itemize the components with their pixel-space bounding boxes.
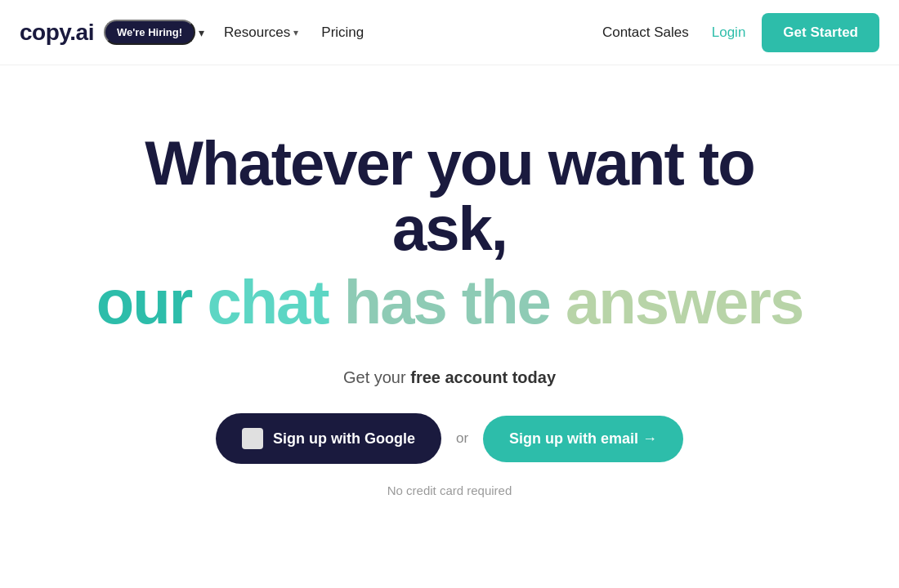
no-credit-card-text: No credit card required (387, 483, 512, 497)
hero-tagline: Get your free account today (343, 368, 556, 387)
login-link[interactable]: Login (712, 24, 746, 41)
resources-chevron-icon: ▾ (293, 27, 298, 38)
navbar: copy.ai We're Hiring! ▾ Resources ▾ Pric… (0, 0, 899, 65)
hero-word-has-the: has the (344, 267, 566, 336)
resources-label: Resources (224, 24, 290, 41)
tagline-bold: free account today (410, 368, 556, 386)
email-signup-button[interactable]: Sign up with email → (483, 416, 683, 462)
get-started-button[interactable]: Get Started (762, 13, 879, 52)
tagline-prefix: Get your (343, 368, 410, 386)
hero-word-chat: chat (207, 267, 343, 336)
resources-nav-link[interactable]: Resources ▾ (224, 24, 298, 41)
hero-word-our: our (96, 267, 208, 336)
hero-word-answers: answers (566, 267, 803, 336)
hero-headline-line2: our chat has the answers (96, 268, 803, 336)
pricing-label: Pricing (321, 24, 364, 41)
or-separator: or (456, 430, 468, 447)
email-btn-label: Sign up with email → (509, 430, 657, 448)
google-signup-button[interactable]: Sign up with Google (216, 413, 441, 464)
hero-section: Whatever you want to ask, our chat has t… (0, 65, 899, 497)
contact-sales-link[interactable]: Contact Sales (602, 24, 689, 41)
google-icon (242, 428, 263, 449)
logo[interactable]: copy.ai (20, 20, 94, 46)
pricing-nav-link[interactable]: Pricing (321, 24, 364, 41)
hero-headline-line1: Whatever you want to ask, (82, 131, 817, 261)
hiring-badge-button[interactable]: We're Hiring! (104, 20, 195, 45)
cta-row: Sign up with Google or Sign up with emai… (216, 413, 683, 464)
hiring-chevron-icon[interactable]: ▾ (199, 26, 204, 39)
google-btn-label: Sign up with Google (273, 430, 415, 448)
